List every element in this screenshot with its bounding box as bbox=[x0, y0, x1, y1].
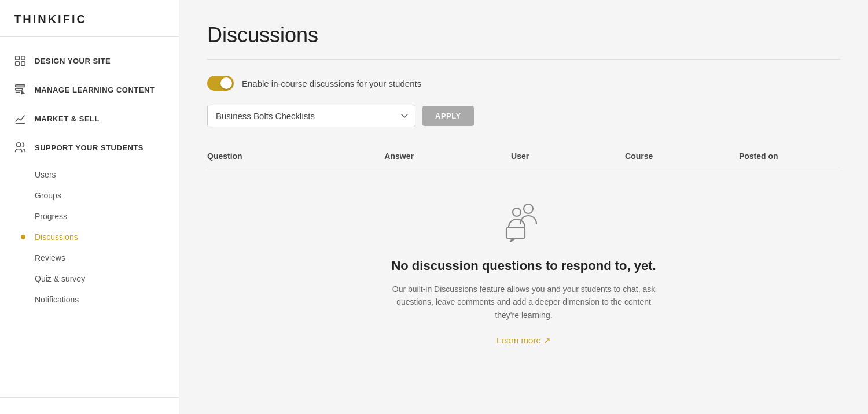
main-content: Discussions Enable in-course discussions… bbox=[179, 0, 868, 414]
empty-state: No discussion questions to respond to, y… bbox=[207, 167, 840, 369]
empty-state-title: No discussion questions to respond to, y… bbox=[219, 258, 829, 273]
sidebar-item-groups[interactable]: Groups bbox=[0, 185, 179, 206]
logo: THINKIFIC bbox=[0, 0, 179, 37]
sidebar-item-market[interactable]: MARKET & SELL bbox=[0, 104, 179, 133]
discussions-empty-icon bbox=[501, 202, 547, 242]
apply-button[interactable]: APPLY bbox=[422, 106, 474, 126]
sidebar-item-manage-label: MANAGE LEARNING CONTENT bbox=[35, 86, 155, 94]
col-course-header: Course bbox=[625, 146, 739, 167]
grid-icon bbox=[14, 54, 27, 67]
chart-icon bbox=[14, 112, 27, 125]
sidebar-bottom bbox=[0, 397, 179, 414]
svg-rect-10 bbox=[506, 227, 525, 239]
sidebar-item-market-label: MARKET & SELL bbox=[35, 114, 100, 123]
sidebar-item-users[interactable]: Users bbox=[0, 164, 179, 185]
svg-rect-5 bbox=[16, 88, 23, 90]
learn-more-link[interactable]: Learn more ↗ bbox=[496, 335, 551, 345]
app-name: THINKIFIC bbox=[14, 13, 87, 25]
sidebar-item-notifications[interactable]: Notifications bbox=[0, 289, 179, 310]
toggle-row: Enable in-course discussions for your st… bbox=[207, 76, 840, 91]
svg-rect-1 bbox=[21, 56, 25, 60]
discussions-table: Question Answer User Course Posted on bbox=[207, 146, 840, 369]
svg-point-8 bbox=[524, 204, 533, 213]
sidebar-item-reviews[interactable]: Reviews bbox=[0, 247, 179, 268]
title-divider bbox=[207, 59, 840, 60]
filter-row: Business Bolts Checklists APPLY bbox=[207, 105, 840, 127]
page-title: Discussions bbox=[207, 23, 840, 47]
table-body: No discussion questions to respond to, y… bbox=[207, 167, 840, 369]
table-header: Question Answer User Course Posted on bbox=[207, 146, 840, 167]
sidebar-item-design-label: DESIGN YOUR SITE bbox=[35, 57, 111, 65]
sidebar-item-quiz-survey[interactable]: Quiz & survey bbox=[0, 268, 179, 289]
svg-rect-0 bbox=[16, 56, 19, 60]
support-sub-nav: Users Groups Progress Discussions Review… bbox=[0, 162, 179, 315]
sidebar-item-design[interactable]: DESIGN YOUR SITE bbox=[0, 46, 179, 75]
sidebar-item-manage[interactable]: MANAGE LEARNING CONTENT bbox=[0, 75, 179, 104]
toggle-knob bbox=[220, 77, 232, 89]
sidebar-item-support-label: SUPPORT YOUR STUDENTS bbox=[35, 143, 144, 152]
discussions-toggle[interactable] bbox=[207, 76, 234, 91]
edit-icon bbox=[14, 83, 27, 96]
course-select[interactable]: Business Bolts Checklists bbox=[207, 105, 415, 127]
sidebar-item-discussions[interactable]: Discussions bbox=[0, 227, 179, 247]
sidebar-item-support[interactable]: SUPPORT YOUR STUDENTS bbox=[0, 133, 179, 162]
empty-state-description: Our built-in Discussions feature allows … bbox=[385, 283, 663, 321]
users-icon bbox=[14, 141, 27, 154]
col-posted-header: Posted on bbox=[739, 146, 840, 167]
col-question-header: Question bbox=[207, 146, 384, 167]
sidebar-nav: DESIGN YOUR SITE MANAGE LEARNING CONTENT… bbox=[0, 37, 179, 397]
toggle-slider bbox=[207, 76, 234, 91]
svg-point-7 bbox=[17, 143, 21, 147]
svg-point-9 bbox=[513, 208, 521, 216]
sidebar-item-progress[interactable]: Progress bbox=[0, 206, 179, 227]
col-answer-header: Answer bbox=[384, 146, 511, 167]
svg-rect-4 bbox=[16, 85, 25, 87]
learn-more-arrow: ↗ bbox=[543, 335, 551, 345]
sidebar: THINKIFIC DESIGN YOUR SITE bbox=[0, 0, 179, 414]
svg-rect-3 bbox=[21, 62, 25, 65]
toggle-label: Enable in-course discussions for your st… bbox=[242, 79, 421, 88]
col-user-header: User bbox=[511, 146, 625, 167]
svg-rect-2 bbox=[16, 62, 19, 65]
